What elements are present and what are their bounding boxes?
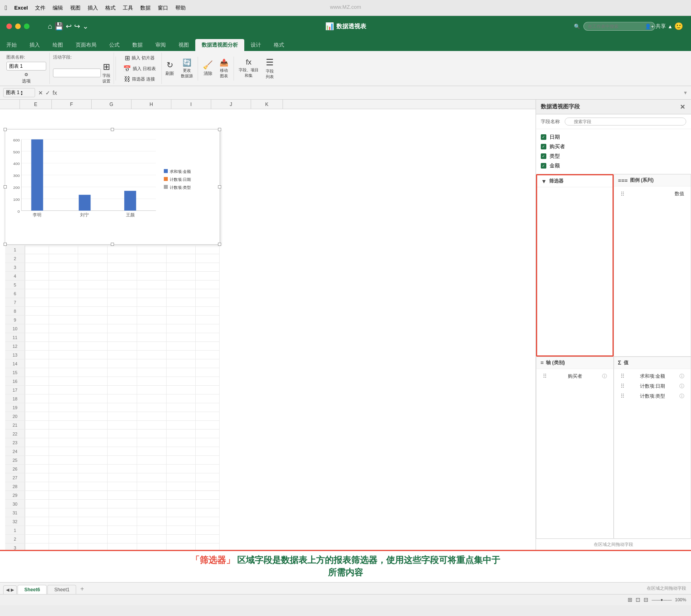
- grid-cell[interactable]: [196, 447, 220, 455]
- resize-handle-l[interactable]: [4, 185, 7, 188]
- grid-cell[interactable]: [78, 491, 108, 499]
- grid-cell[interactable]: [25, 403, 49, 412]
- grid-cell[interactable]: [78, 342, 108, 350]
- grid-cell[interactable]: [25, 394, 49, 403]
- grid-cell[interactable]: [108, 394, 137, 403]
- grid-cell[interactable]: [108, 386, 137, 394]
- grid-cell[interactable]: [108, 333, 137, 341]
- grid-cell[interactable]: [49, 438, 79, 447]
- checkbox-date[interactable]: ✓: [541, 134, 546, 140]
- axis-zone[interactable]: ≡ 轴 (类别) ⠿ 购买者 ⓘ: [536, 357, 614, 539]
- checkbox-amount[interactable]: ✓: [541, 163, 546, 169]
- grid-cell[interactable]: [196, 254, 220, 263]
- grid-cell[interactable]: [137, 377, 167, 385]
- legend-zone[interactable]: ≡≡≡ 图例 (系列) ⠿ 数值: [614, 174, 691, 357]
- clear-button[interactable]: 🧹 清除: [200, 56, 216, 81]
- grid-cell[interactable]: [49, 289, 79, 298]
- grid-cell[interactable]: [108, 526, 137, 534]
- grid-cell[interactable]: [25, 377, 49, 385]
- menu-view[interactable]: 视图: [70, 4, 80, 12]
- grid-cell[interactable]: [137, 324, 167, 333]
- grid-cell[interactable]: [137, 307, 167, 315]
- grid-cell[interactable]: [167, 412, 196, 420]
- chevron-up-icon[interactable]: ▲: [667, 24, 673, 29]
- formula-fx[interactable]: fx: [53, 90, 57, 96]
- tab-design[interactable]: 设计: [244, 39, 267, 51]
- menu-format[interactable]: 格式: [105, 4, 116, 12]
- grid-cell[interactable]: [137, 368, 167, 377]
- grid-cell[interactable]: [25, 289, 49, 298]
- grid-cell[interactable]: [137, 298, 167, 306]
- grid-cell[interactable]: [196, 298, 220, 306]
- grid-cell[interactable]: [25, 316, 49, 324]
- resize-handle-b[interactable]: [111, 243, 114, 246]
- resize-handle-tr[interactable]: [218, 128, 221, 131]
- grid-cell[interactable]: [108, 465, 137, 473]
- grid-cell[interactable]: [137, 333, 167, 341]
- checkbox-buyer[interactable]: ✓: [541, 144, 546, 149]
- grid-cell[interactable]: [167, 543, 196, 550]
- grid-cell[interactable]: [25, 543, 49, 550]
- zoom-slider[interactable]: ——●——: [652, 597, 672, 602]
- panel-search-input[interactable]: [565, 118, 686, 126]
- grid-cell[interactable]: [108, 377, 137, 385]
- grid-cell[interactable]: [49, 316, 79, 324]
- prev-icon[interactable]: ◀: [6, 587, 9, 592]
- grid-cell[interactable]: [25, 263, 49, 271]
- add-sheet-button[interactable]: +: [77, 584, 87, 594]
- grid-cell[interactable]: [137, 254, 167, 263]
- grid-cell[interactable]: [108, 289, 137, 298]
- redo-icon[interactable]: ↪: [74, 22, 80, 31]
- tab-view[interactable]: 视图: [172, 39, 195, 51]
- filter-conn-button[interactable]: ⛓ 筛选器 连接: [120, 75, 159, 84]
- grid-cell[interactable]: [167, 491, 196, 499]
- share-label[interactable]: 共享: [656, 23, 666, 30]
- grid-cell[interactable]: [49, 447, 79, 455]
- grid-cell[interactable]: [78, 394, 108, 403]
- tab-review[interactable]: 审阅: [149, 39, 172, 51]
- grid-cell[interactable]: [196, 245, 220, 254]
- grid-cell[interactable]: [108, 508, 137, 517]
- grid-cell[interactable]: [137, 272, 167, 280]
- grid-cell[interactable]: [137, 543, 167, 550]
- grid-cell[interactable]: [167, 316, 196, 324]
- grid-cell[interactable]: [108, 272, 137, 280]
- grid-cell[interactable]: [78, 254, 108, 263]
- values-item-count-date[interactable]: ⠿ 计数项:日期 ⓘ: [618, 381, 687, 391]
- grid-cell[interactable]: [167, 465, 196, 473]
- formula-confirm[interactable]: ✓: [45, 90, 50, 96]
- grid-cell[interactable]: [196, 307, 220, 315]
- formula-cancel[interactable]: ✕: [38, 90, 43, 96]
- grid-cell[interactable]: [137, 403, 167, 412]
- col-header-h[interactable]: H: [132, 100, 171, 109]
- grid-cell[interactable]: [78, 281, 108, 289]
- grid-cell[interactable]: [167, 394, 196, 403]
- grid-cell[interactable]: [196, 359, 220, 368]
- fields-items-sets-button[interactable]: fx 字段、项目 和集: [236, 56, 262, 81]
- grid-cell[interactable]: [78, 430, 108, 438]
- grid-cell[interactable]: [25, 342, 49, 350]
- grid-cell[interactable]: [108, 254, 137, 263]
- resize-handle-bl[interactable]: [4, 243, 7, 246]
- grid-cell[interactable]: [49, 456, 79, 464]
- grid-cell[interactable]: [196, 491, 220, 499]
- resize-handle-br[interactable]: [218, 243, 221, 246]
- grid-cell[interactable]: [78, 272, 108, 280]
- grid-cell[interactable]: [167, 386, 196, 394]
- tab-pivot-analyze[interactable]: 数据透视图分析: [195, 39, 244, 51]
- grid-cell[interactable]: [25, 281, 49, 289]
- grid-cell[interactable]: [78, 333, 108, 341]
- grid-cell[interactable]: [167, 289, 196, 298]
- grid-cell[interactable]: [196, 281, 220, 289]
- grid-cell[interactable]: [49, 517, 79, 526]
- grid-cell[interactable]: [108, 307, 137, 315]
- grid-cell[interactable]: [49, 281, 79, 289]
- grid-cell[interactable]: [137, 421, 167, 429]
- col-header-i[interactable]: I: [171, 100, 211, 109]
- grid-cell[interactable]: [78, 473, 108, 482]
- grid-cell[interactable]: [196, 272, 220, 280]
- info-icon-date[interactable]: ⓘ: [679, 383, 684, 390]
- grid-cell[interactable]: [78, 465, 108, 473]
- grid-cell[interactable]: [25, 456, 49, 464]
- grid-cell[interactable]: [25, 421, 49, 429]
